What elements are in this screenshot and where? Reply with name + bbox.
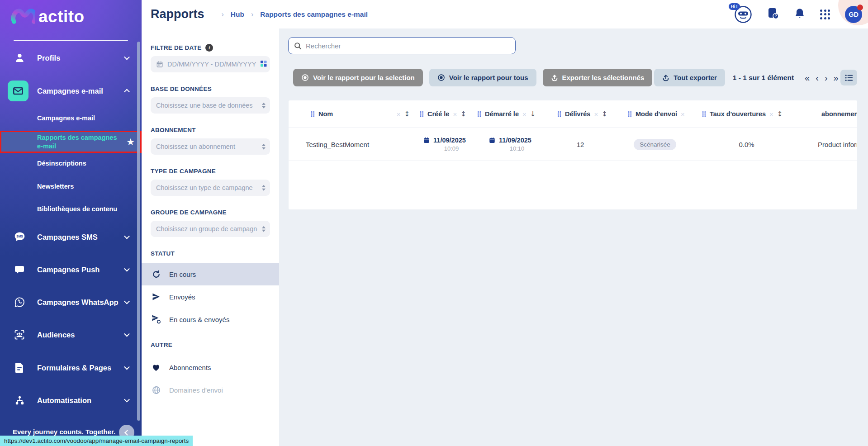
sidebar-subitem-bibliotheques[interactable]: Bibliothèques de contenu (0, 199, 142, 219)
database-select[interactable]: Choisissez une base de données (151, 97, 270, 114)
drag-handle-icon[interactable] (557, 111, 561, 117)
sidebar-item-label: Profils (37, 54, 60, 62)
drag-handle-icon[interactable] (702, 111, 706, 117)
button-label: Voir le rapport pour tous (449, 74, 528, 81)
column-header-delivres[interactable]: Délivrés × ↕ (546, 100, 614, 128)
sort-icon[interactable]: ↕ (404, 110, 410, 118)
view-report-all-button[interactable]: Voir le rapport pour tous (429, 69, 536, 86)
remove-column-icon[interactable]: × (594, 110, 598, 118)
info-icon[interactable]: i (205, 44, 213, 52)
campaign-name[interactable]: Testing_BestMoment (306, 141, 369, 148)
first-page-icon[interactable]: « (805, 73, 810, 82)
help-doc-icon[interactable]: ? (767, 7, 779, 21)
prev-page-icon[interactable]: ‹ (816, 73, 819, 82)
drag-handle-icon[interactable] (628, 111, 632, 117)
database-filter-label: BASE DE DONNÉES (151, 85, 270, 93)
sidebar-item-formulaires-pages[interactable]: Formulaires & Pages (0, 356, 142, 379)
apps-grid-icon[interactable] (820, 9, 830, 19)
sidebar-item-automatisation[interactable]: Automatisation (0, 389, 142, 412)
status-filter-envoyes[interactable]: Envoyés (142, 285, 279, 308)
column-header-mode-envoi[interactable]: Mode d'envoi × (614, 100, 696, 128)
next-page-icon[interactable]: › (825, 73, 828, 82)
sort-icon[interactable]: ↕ (777, 110, 783, 118)
envelope-icon (8, 81, 28, 101)
select-stepper-icon (262, 226, 266, 232)
other-filter-abonnements[interactable]: Abonnements (142, 356, 279, 379)
column-label: abonnement (821, 110, 857, 118)
subscription-filter-label: ABONNEMENT (151, 126, 270, 134)
sidebar-item-audiences[interactable]: Audiences (0, 323, 142, 346)
sort-desc-icon[interactable]: ↓ (530, 110, 536, 118)
subscription-select[interactable]: Choisissez un abonnement (151, 138, 270, 155)
sidebar-item-campagnes-whatsapp[interactable]: Campagnes WhatsApp (0, 291, 142, 313)
column-header-nom[interactable]: Nom × ↕ (289, 100, 415, 128)
sidebar-item-profils[interactable]: Profils (0, 47, 142, 69)
cell-subscription: Product information (797, 128, 857, 161)
hi-badge: Hi ! (729, 3, 740, 10)
drag-handle-icon[interactable] (420, 111, 424, 117)
column-header-cree-le[interactable]: Créé le × ↕ (415, 100, 474, 128)
remove-column-icon[interactable]: × (522, 110, 526, 118)
export-all-button[interactable]: Tout exporter (654, 69, 725, 86)
button-label: Exporter les sélectionnés (562, 74, 645, 81)
view-report-selection-button[interactable]: Voir le rapport pour la selection (293, 69, 423, 86)
actito-logo[interactable]: actito (11, 5, 85, 28)
assistant-mascot-icon[interactable]: Hi ! (734, 5, 752, 24)
sidebar-item-campagnes-email[interactable]: Campagnes e-mail (0, 80, 142, 102)
drag-handle-icon[interactable] (477, 111, 481, 117)
column-header-demarre-le[interactable]: Démarré le × ↓ (474, 100, 546, 128)
date-widget-icon[interactable] (260, 60, 267, 68)
favorite-star-icon[interactable]: ★ (126, 138, 135, 146)
sidebar-subitem-newsletters[interactable]: Newsletters (0, 176, 142, 196)
calendar-icon (489, 137, 495, 143)
sort-icon[interactable]: ↕ (460, 110, 466, 118)
campaign-type-select[interactable]: Choisissez un type de campagne (151, 180, 270, 196)
list-view-button[interactable] (840, 70, 857, 85)
other-filter-label: Abonnements (169, 364, 211, 371)
subscription-name: Product information (818, 141, 857, 148)
campaign-group-select[interactable]: Choisissez un groupe de campagne (151, 221, 270, 237)
status-filter-label: En cours & envoyés (169, 316, 229, 323)
sidebar-subitem-rapports-campagnes-email[interactable]: Rapports des campagnes e-mail ★ (0, 131, 142, 153)
select-placeholder: Choisissez un abonnement (156, 143, 257, 150)
list-icon (845, 74, 853, 81)
user-avatar[interactable]: GD (845, 6, 862, 23)
sidebar-item-campagnes-push[interactable]: Campagnes Push (0, 258, 142, 281)
sort-icon[interactable]: ↕ (602, 110, 607, 118)
date-filter-label: FILTRE DE DATE i (151, 43, 270, 52)
status-filter-en-cours-et-envoyes[interactable]: En cours & envoyés (142, 308, 279, 331)
breadcrumb-hub[interactable]: Hub (231, 10, 244, 19)
chevron-down-icon (124, 364, 130, 370)
column-label: Taux d'ouvertures (710, 110, 766, 118)
export-selected-button[interactable]: Exporter les sélectionnés (543, 69, 653, 86)
status-filter-label: Envoyés (169, 293, 195, 301)
search-input[interactable] (306, 42, 515, 50)
table-row[interactable]: Testing_BestMoment 11/09/2025 10:09 (289, 128, 857, 161)
sidebar-item-campagnes-sms[interactable]: SMS Campagnes SMS (0, 226, 142, 248)
column-header-abonnement[interactable]: abonnement (797, 100, 857, 128)
sidebar-subitem-desinscriptions[interactable]: Désinscriptions (0, 153, 142, 173)
pagination-count: 1 - 1 sur 1 élément (733, 74, 794, 82)
sidebar-scrollbar[interactable] (137, 42, 140, 421)
remove-column-icon[interactable]: × (397, 110, 401, 118)
bell-icon[interactable] (794, 8, 805, 21)
table-header-row: Nom × ↕ Créé le × ↕ Démarré le × ↓ Déliv… (289, 100, 857, 128)
started-time: 10:10 (510, 145, 525, 152)
date-range-field[interactable] (167, 61, 257, 68)
refresh-icon (151, 270, 161, 279)
column-header-taux-ouvertures[interactable]: Taux d'ouvertures × ↕ (696, 100, 797, 128)
search-bar[interactable] (288, 37, 516, 54)
breadcrumb-current[interactable]: Rapports des campagnes e-mail (260, 10, 368, 19)
remove-column-icon[interactable]: × (769, 110, 773, 118)
globe-icon (151, 386, 161, 394)
drag-handle-icon[interactable] (311, 111, 315, 117)
date-range-input[interactable] (151, 56, 270, 72)
remove-column-icon[interactable]: × (681, 110, 685, 118)
last-page-icon[interactable]: » (834, 73, 839, 82)
page-title: Rapports (151, 7, 204, 21)
status-filter-en-cours[interactable]: En cours (142, 263, 279, 285)
select-stepper-icon (262, 185, 266, 191)
sidebar-subitem-campagnes-email[interactable]: Campagnes e-mail (0, 108, 142, 128)
remove-column-icon[interactable]: × (453, 110, 457, 118)
other-filter-domaines-envoi[interactable]: Domaines d'envoi (142, 379, 279, 401)
